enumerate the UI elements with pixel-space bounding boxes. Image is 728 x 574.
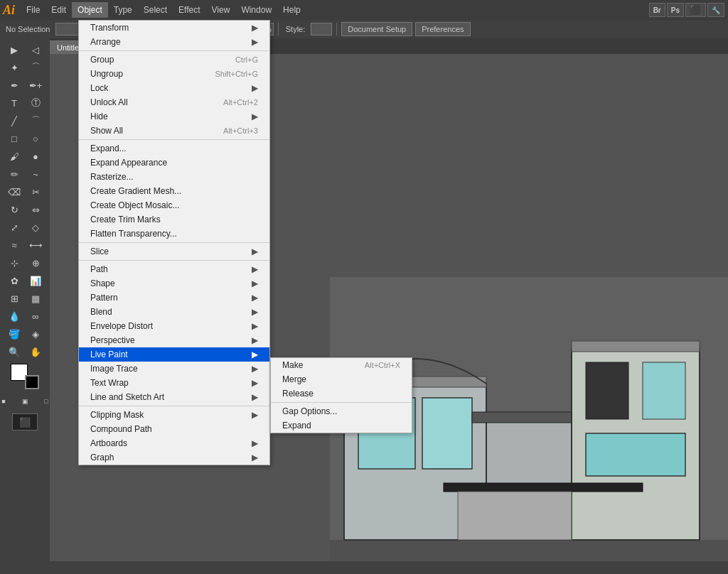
menu-item-line-sketch[interactable]: Line and Sketch Art ▶: [79, 390, 269, 404]
menu-item-pattern[interactable]: Pattern ▶: [79, 291, 269, 305]
document-setup-btn[interactable]: Document Setup: [341, 22, 412, 36]
menu-item-slice[interactable]: Slice ▶: [79, 244, 269, 259]
menu-select[interactable]: Select: [138, 2, 173, 18]
menu-item-path[interactable]: Path ▶: [79, 262, 269, 276]
svg-rect-9: [643, 362, 685, 419]
stroke-color[interactable]: [25, 375, 39, 389]
menu-item-artboards[interactable]: Artboards ▶: [79, 436, 269, 450]
gradient-tool[interactable]: ▦: [26, 290, 46, 307]
submenu-gap-options[interactable]: Gap Options...: [271, 404, 412, 418]
eyedropper-tool[interactable]: 💧: [4, 308, 24, 325]
tool-row-17: 🪣 ◈: [4, 325, 46, 342]
color-mode-btn[interactable]: ■: [0, 393, 14, 410]
direct-select-tool[interactable]: ◁: [26, 41, 46, 58]
zoom-tool[interactable]: 🔍: [4, 343, 24, 360]
arrow-icon: ▶: [252, 453, 258, 462]
menu-item-expand-appearance[interactable]: Expand Appearance: [79, 156, 269, 170]
menu-object[interactable]: Object: [72, 2, 108, 18]
menu-item-gradient-mesh[interactable]: Create Gradient Mesh...: [79, 184, 269, 198]
add-anchor-tool[interactable]: ✒+: [26, 77, 46, 94]
menu-item-text-wrap[interactable]: Text Wrap ▶: [79, 376, 269, 390]
magic-wand-tool[interactable]: ✦: [4, 59, 24, 76]
preferences-btn[interactable]: Preferences: [415, 22, 470, 36]
symbol-sprayer-tool[interactable]: ✿: [4, 272, 24, 289]
rotate-tool[interactable]: ↻: [4, 201, 24, 218]
gradient-btn[interactable]: ▣: [15, 393, 35, 410]
scissors-tool[interactable]: ✂: [26, 183, 46, 200]
menu-item-show-all[interactable]: Show All Alt+Ctrl+3: [79, 124, 269, 138]
menu-view[interactable]: View: [206, 2, 236, 18]
paintbrush-tool[interactable]: 🖌: [4, 148, 24, 165]
sep1: [79, 50, 269, 51]
reflect-tool[interactable]: ⇔: [26, 201, 46, 218]
menu-item-envelope-distort[interactable]: Envelope Distort ▶: [79, 319, 269, 333]
menu-help[interactable]: Help: [277, 2, 306, 18]
menu-item-clipping-mask[interactable]: Clipping Mask ▶: [79, 408, 269, 422]
menu-window[interactable]: Window: [235, 2, 277, 18]
scale-tool[interactable]: ⤢: [4, 219, 24, 236]
menu-effect[interactable]: Effect: [173, 2, 205, 18]
menu-item-flatten-transparency[interactable]: Flatten Transparency...: [79, 227, 269, 241]
ps-btn[interactable]: Ps: [667, 3, 684, 17]
menu-item-perspective[interactable]: Perspective ▶: [79, 333, 269, 347]
submenu-merge[interactable]: Merge: [271, 372, 412, 386]
menu-item-trim-marks[interactable]: Create Trim Marks: [79, 212, 269, 227]
menu-item-lock[interactable]: Lock ▶: [79, 81, 269, 95]
puppet-warp-tool[interactable]: ⊕: [26, 254, 46, 271]
menu-item-shape[interactable]: Shape ▶: [79, 276, 269, 291]
shear-tool[interactable]: ◇: [26, 219, 46, 236]
arrow-icon: ▶: [252, 37, 258, 47]
none-btn[interactable]: □: [36, 393, 56, 410]
svg-rect-6: [472, 412, 586, 423]
svg-rect-14: [458, 492, 572, 540]
menu-item-graph[interactable]: Graph ▶: [79, 450, 269, 465]
menu-item-blend[interactable]: Blend ▶: [79, 305, 269, 319]
blob-brush-tool[interactable]: ●: [26, 148, 46, 165]
rect-tool[interactable]: □: [4, 130, 24, 147]
menu-item-arrange[interactable]: Arrange ▶: [79, 35, 269, 49]
arrow-icon: ▶: [252, 350, 258, 359]
menu-item-compound-path[interactable]: Compound Path: [79, 422, 269, 436]
menu-item-expand[interactable]: Expand...: [79, 141, 269, 156]
width-tool[interactable]: ⟷: [26, 237, 46, 254]
touch-type-tool[interactable]: Ⓣ: [26, 94, 46, 112]
ellipse-tool[interactable]: ○: [26, 130, 46, 147]
menu-item-transform[interactable]: Transform ▶: [79, 21, 269, 35]
type-tool[interactable]: T: [4, 94, 24, 112]
tool-row-8: ✏ ~: [4, 166, 46, 183]
mesh-tool[interactable]: ⊞: [4, 290, 24, 307]
arc-tool[interactable]: ⌒: [26, 112, 46, 129]
menu-type[interactable]: Type: [108, 2, 138, 18]
menu-item-unlock-all[interactable]: Unlock All Alt+Ctrl+2: [79, 95, 269, 109]
column-graph-tool[interactable]: 📊: [26, 272, 46, 289]
menu-item-hide[interactable]: Hide ▶: [79, 109, 269, 124]
ai-mode-btn[interactable]: ⬛: [685, 3, 706, 17]
extra-btn[interactable]: 🔧: [707, 3, 724, 17]
selection-tool[interactable]: ▶: [4, 41, 24, 58]
menu-item-ungroup[interactable]: Ungroup Shift+Ctrl+G: [79, 67, 269, 81]
lasso-tool[interactable]: ⌒: [26, 59, 46, 76]
live-paint-bucket[interactable]: 🪣: [4, 325, 24, 342]
menu-item-image-trace[interactable]: Image Trace ▶: [79, 362, 269, 376]
menu-item-rasterize[interactable]: Rasterize...: [79, 170, 269, 184]
submenu-release[interactable]: Release: [271, 386, 412, 401]
warp-tool[interactable]: ≈: [4, 237, 24, 254]
pencil-tool[interactable]: ✏: [4, 166, 24, 183]
menu-edit[interactable]: Edit: [46, 2, 72, 18]
bridge-btn[interactable]: Br: [649, 3, 665, 17]
menu-file[interactable]: File: [21, 2, 46, 18]
smooth-tool[interactable]: ~: [26, 166, 46, 183]
menu-item-group[interactable]: Group Ctrl+G: [79, 53, 269, 67]
blend-tool[interactable]: ∞: [26, 308, 46, 325]
submenu-make[interactable]: Make Alt+Ctrl+X: [271, 358, 412, 372]
line-tool[interactable]: ╱: [4, 112, 24, 129]
menu-item-live-paint[interactable]: Live Paint ▶: [79, 347, 269, 362]
free-transform-tool[interactable]: ⊹: [4, 254, 24, 271]
eraser-tool[interactable]: ⌫: [4, 183, 24, 200]
submenu-expand[interactable]: Expand: [271, 418, 412, 433]
menu-item-object-mosaic[interactable]: Create Object Mosaic...: [79, 198, 269, 212]
hand-tool[interactable]: ✋: [26, 343, 46, 360]
live-paint-select[interactable]: ◈: [26, 325, 46, 342]
pen-tool[interactable]: ✒: [4, 77, 24, 94]
screen-mode-btn[interactable]: ⬛: [12, 413, 38, 430]
